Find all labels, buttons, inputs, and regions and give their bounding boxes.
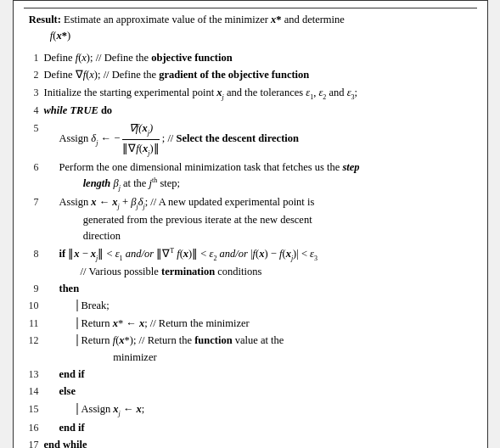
line-number: 5 [24,120,42,137]
result-text: Estimate an approximate value of the min… [64,14,345,25]
line-number: 15 [24,401,42,417]
algo-line-16: 16 end if [24,420,477,436]
algorithm-container: Result: Estimate an approximate value of… [13,0,488,448]
line-content: if ‖x − xj‖ < ε1 and/or ‖∇T f(x)‖ < ε2 a… [42,246,477,280]
algorithm-body: Result: Estimate an approximate value of… [14,1,487,448]
line-number: 8 [24,246,42,262]
algo-line-2: 2 Define ∇f(x); // Define the gradient o… [24,67,477,83]
line-content: Define ∇f(x); // Define the gradient of … [42,67,477,83]
line-content: end if [42,367,477,383]
algo-line-13: 13 end if [24,367,477,383]
line-number: 2 [24,67,42,83]
line-number: 4 [24,103,42,119]
line-content: Return x* ← x; // Return the minimizer [42,316,477,332]
line-number: 3 [24,85,42,101]
algo-line-6: 6 Perform the one dimensional minimizati… [24,160,477,193]
result-label: Result: [29,14,61,25]
line-content: Return f(x*); // Return the function val… [42,333,477,366]
line-content: else [42,384,477,400]
line-number: 16 [24,420,42,436]
line-content: while TRUE do [42,103,477,119]
algo-line-17: 17 end while [24,437,477,448]
line-number: 14 [24,384,42,400]
algo-line-15: 15 Assign xj ← x; [24,401,477,419]
line-content: Perform the one dimensional minimization… [42,160,477,193]
line-number: 12 [24,333,42,349]
algo-line-4: 4 while TRUE do [24,103,477,119]
algo-line-7: 7 Assign x ← xj + βjδj; // A new updated… [24,194,477,245]
line-content: then [42,281,477,297]
line-number: 10 [24,298,42,314]
line-number: 6 [24,160,42,176]
line-content: Assign δj ← − ∇f(xj) ‖∇f(xj)‖ ; // Selec… [42,120,477,159]
line-number: 7 [24,194,42,210]
line-number: 13 [24,367,42,383]
algo-line-1: 1 Define f(x); // Define the objective f… [24,50,477,66]
result-line: Result: Estimate an approximate value of… [24,12,477,45]
algo-line-5: 5 Assign δj ← − ∇f(xj) ‖∇f(xj)‖ ; // Sel… [24,120,477,159]
line-number: 1 [24,50,42,66]
line-content: Define f(x); // Define the objective fun… [42,50,477,66]
line-content: end while [42,437,477,448]
line-number: 9 [24,281,42,297]
algo-line-10: 10 Break; [24,298,477,314]
algo-line-9: 9 then [24,281,477,297]
algo-line-8: 8 if ‖x − xj‖ < ε1 and/or ‖∇T f(x)‖ < ε2… [24,246,477,280]
line-content: Initialize the starting experimental poi… [42,85,477,103]
algo-line-3: 3 Initialize the starting experimental p… [24,85,477,103]
line-number: 17 [24,437,42,448]
algo-line-11: 11 Return x* ← x; // Return the minimize… [24,316,477,332]
line-content: Assign xj ← x; [42,401,477,419]
line-number: 11 [24,316,42,332]
algo-line-12: 12 Return f(x*); // Return the function … [24,333,477,366]
line-content: end if [42,420,477,436]
result-func: f(x*) [50,30,70,42]
line-content: Break; [42,298,477,314]
line-content: Assign x ← xj + βjδj; // A new updated e… [42,194,477,245]
algo-line-14: 14 else [24,384,477,400]
